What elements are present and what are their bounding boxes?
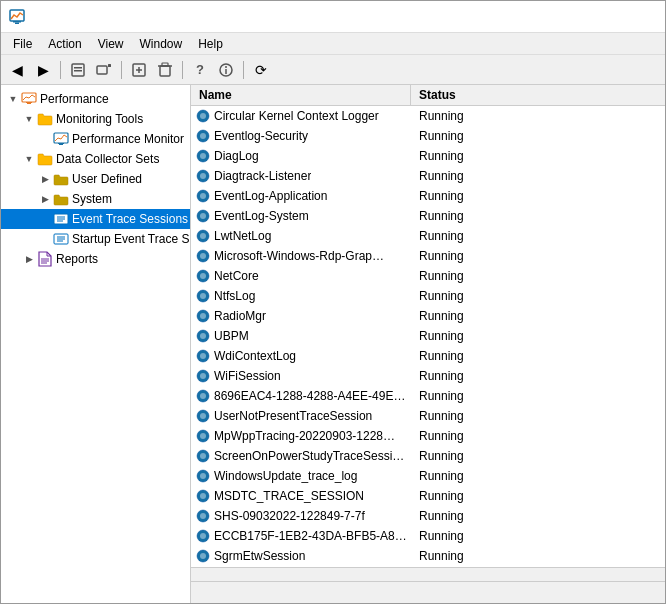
list-item[interactable]: Microsoft-Windows-Rdp-Grap…Running (191, 246, 665, 266)
row-name-label: Eventlog-Security (214, 127, 308, 145)
row-trace-icon (195, 528, 211, 544)
svg-point-39 (200, 153, 206, 159)
list-item[interactable]: ECCB175F-1EB2-43DA-BFB5-A8…Running (191, 526, 665, 546)
list-item[interactable]: DiagLogRunning (191, 146, 665, 166)
about-button[interactable] (214, 58, 238, 82)
row-status-cell: Running (411, 287, 665, 305)
expand-icon-system: ▶ (37, 191, 53, 207)
row-trace-icon (195, 488, 211, 504)
column-header-status[interactable]: Status (411, 85, 665, 105)
status-bar (191, 581, 665, 603)
sidebar-label-dcs: Data Collector Sets (56, 150, 159, 168)
row-name-label: UserNotPresentTraceSession (214, 407, 372, 425)
row-status-cell: Running (411, 307, 665, 325)
column-header-name[interactable]: Name (191, 85, 411, 105)
list-item[interactable]: UBPMRunning (191, 326, 665, 346)
menu-bar: File Action View Window Help (1, 33, 665, 55)
menu-file[interactable]: File (5, 35, 40, 53)
sidebar-label-event-trace: Event Trace Sessions (72, 210, 188, 228)
performance-icon (21, 91, 37, 107)
list-item[interactable]: EventLog-SystemRunning (191, 206, 665, 226)
row-status-cell: Running (411, 127, 665, 145)
forward-button[interactable]: ▶ (31, 58, 55, 82)
list-item[interactable]: UserNotPresentTraceSessionRunning (191, 406, 665, 426)
menu-help[interactable]: Help (190, 35, 231, 53)
delete-button[interactable] (153, 58, 177, 82)
menu-window[interactable]: Window (132, 35, 191, 53)
new-button[interactable] (127, 58, 151, 82)
list-item[interactable]: WdiContextLogRunning (191, 346, 665, 366)
list-item[interactable]: WindowsUpdate_trace_logRunning (191, 466, 665, 486)
list-item[interactable]: WiFiSessionRunning (191, 366, 665, 386)
refresh-button[interactable]: ⟳ (249, 58, 273, 82)
sidebar-label-reports: Reports (56, 250, 98, 268)
sidebar-item-performance[interactable]: ▼ Performance (1, 89, 190, 109)
menu-action[interactable]: Action (40, 35, 89, 53)
svg-rect-2 (15, 22, 19, 24)
row-trace-icon (195, 148, 211, 164)
toolbar: ◀ ▶ ? ⟳ (1, 55, 665, 85)
sidebar-item-data-collector-sets[interactable]: ▼ Data Collector Sets (1, 149, 190, 169)
dcs-icon (37, 151, 53, 167)
svg-point-73 (200, 493, 206, 499)
row-name-label: EventLog-System (214, 207, 309, 225)
show-button[interactable] (66, 58, 90, 82)
row-trace-icon (195, 208, 211, 224)
sidebar-item-reports[interactable]: ▶ Reports (1, 249, 190, 269)
row-status-cell: Running (411, 107, 665, 125)
toolbar-separator-3 (182, 61, 183, 79)
list-item[interactable]: NtfsLogRunning (191, 286, 665, 306)
sidebar-item-user-defined[interactable]: ▶ User Defined (1, 169, 190, 189)
svg-rect-7 (108, 64, 111, 67)
list-item[interactable]: NetCoreRunning (191, 266, 665, 286)
expand-icon-dcs: ▼ (21, 151, 37, 167)
row-status-cell: Running (411, 187, 665, 205)
sidebar-item-monitoring-tools[interactable]: ▼ Monitoring Tools (1, 109, 190, 129)
close-button[interactable] (611, 7, 657, 27)
sidebar-label-user-defined: User Defined (72, 170, 142, 188)
svg-point-65 (200, 413, 206, 419)
svg-point-53 (200, 293, 206, 299)
minimize-button[interactable] (519, 7, 565, 27)
sidebar-item-startup-trace[interactable]: ▶ Startup Event Trace Ses… (1, 229, 190, 249)
row-trace-icon (195, 308, 211, 324)
list-item[interactable]: SgrmEtwSessionRunning (191, 546, 665, 566)
list-item[interactable]: 8696EAC4-1288-4288-A4EE-49E…Running (191, 386, 665, 406)
row-trace-icon (195, 228, 211, 244)
list-item[interactable]: LwtNetLogRunning (191, 226, 665, 246)
svg-point-41 (200, 173, 206, 179)
list-item[interactable]: ScreenOnPowerStudyTraceSessi…Running (191, 446, 665, 466)
list-item[interactable]: EventLog-ApplicationRunning (191, 186, 665, 206)
row-status-cell: Running (411, 147, 665, 165)
scrollbar-track[interactable] (191, 568, 665, 582)
sidebar-item-system[interactable]: ▶ System (1, 189, 190, 209)
row-name-cell: MpWppTracing-20220903-1228… (191, 427, 411, 445)
row-trace-icon (195, 548, 211, 564)
list-item[interactable]: MpWppTracing-20220903-1228…Running (191, 426, 665, 446)
list-item[interactable]: Eventlog-SecurityRunning (191, 126, 665, 146)
list-item[interactable]: RadioMgrRunning (191, 306, 665, 326)
back-button[interactable]: ◀ (5, 58, 29, 82)
help-button[interactable]: ? (188, 58, 212, 82)
horizontal-scrollbar[interactable] (191, 567, 665, 581)
row-name-label: WiFiSession (214, 367, 281, 385)
restore-button[interactable] (565, 7, 611, 27)
row-name-cell: SgrmEtwSession (191, 547, 411, 565)
list-item[interactable]: Circular Kernel Context LoggerRunning (191, 106, 665, 126)
row-status-cell: Running (411, 207, 665, 225)
list-item[interactable]: MSDTC_TRACE_SESSIONRunning (191, 486, 665, 506)
row-name-cell: EventLog-Application (191, 187, 411, 205)
svg-point-15 (225, 66, 227, 68)
list-item[interactable]: SHS-09032022-122849-7-7fRunning (191, 506, 665, 526)
row-trace-icon (195, 288, 211, 304)
row-name-cell: NtfsLog (191, 287, 411, 305)
properties-button[interactable] (92, 58, 116, 82)
list-item[interactable]: Diagtrack-ListenerRunning (191, 166, 665, 186)
row-name-label: Microsoft-Windows-Rdp-Grap… (214, 247, 384, 265)
sidebar-item-performance-monitor[interactable]: ▶ Performance Monitor (1, 129, 190, 149)
menu-view[interactable]: View (90, 35, 132, 53)
row-status-cell: Running (411, 267, 665, 285)
svg-rect-11 (160, 66, 170, 76)
sidebar-item-event-trace[interactable]: ▶ Event Trace Sessions (1, 209, 190, 229)
row-name-cell: SHS-09032022-122849-7-7f (191, 507, 411, 525)
